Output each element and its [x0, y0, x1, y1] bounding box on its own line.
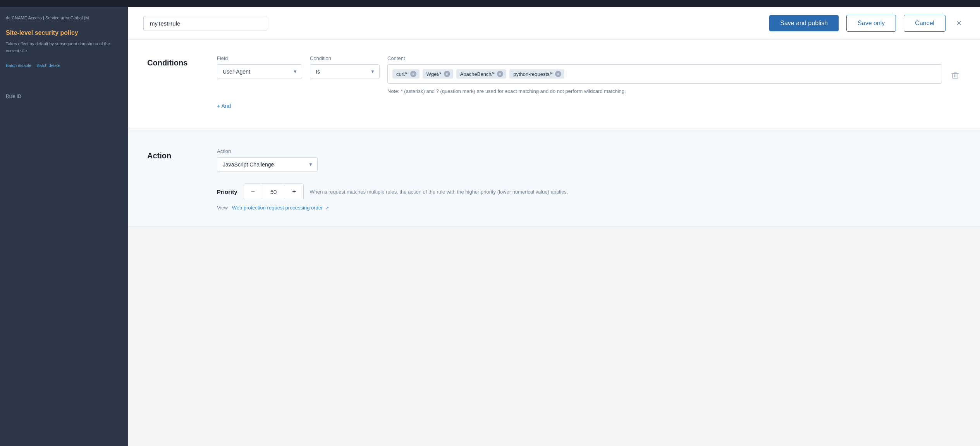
- priority-label: Priority: [217, 189, 237, 195]
- external-link-icon: ↗: [325, 206, 329, 210]
- bg-page-title: Site-level security policy: [6, 28, 122, 38]
- save-publish-button[interactable]: Save and publish: [769, 15, 839, 31]
- modal-body: Conditions Field User-Agent IP URL Refer…: [128, 40, 980, 446]
- tag-apachebench-close[interactable]: ×: [497, 71, 503, 77]
- tag-python: python-requests/* ×: [509, 69, 564, 79]
- conditions-row: Field User-Agent IP URL Referer ▼: [217, 55, 961, 95]
- action-section-label: Action: [147, 148, 217, 211]
- tag-wget-text: Wget/*: [426, 71, 442, 77]
- tag-curl-close[interactable]: ×: [410, 71, 416, 77]
- bg-description: Takes effect by default by subsequent do…: [6, 41, 122, 54]
- tag-apachebench: ApacheBench/* ×: [456, 69, 507, 79]
- priority-stepper: − 50 +: [244, 184, 304, 200]
- action-select-wrapper: JavaScript Challenge Block Allow Log CAP…: [217, 157, 318, 172]
- conditions-section: Conditions Field User-Agent IP URL Refer…: [128, 40, 980, 128]
- priority-increment-button[interactable]: +: [285, 184, 303, 200]
- view-label: View: [217, 205, 228, 211]
- tag-curl-text: curl/*: [396, 71, 408, 77]
- delete-column: [950, 55, 961, 83]
- bg-batch-disable[interactable]: Batch disable: [6, 63, 31, 68]
- content-label: Content: [387, 55, 942, 61]
- action-section: Action Action JavaScript Challenge Block…: [128, 133, 980, 226]
- bg-breadcrumb: de:CNAME Access | Service area:Global (M: [6, 15, 122, 22]
- conditions-content: Field User-Agent IP URL Referer ▼: [217, 55, 961, 112]
- tag-wget: Wget/* ×: [423, 69, 453, 79]
- cancel-button[interactable]: Cancel: [904, 15, 946, 32]
- tag-python-close[interactable]: ×: [555, 71, 561, 77]
- field-select[interactable]: User-Agent IP URL Referer: [217, 64, 302, 79]
- condition-column: Condition Is Is not Contains Does not co…: [310, 55, 380, 79]
- modal-header: Save and publish Save only Cancel ×: [128, 7, 980, 40]
- save-only-button[interactable]: Save only: [846, 15, 896, 32]
- close-button[interactable]: ×: [953, 17, 965, 29]
- and-button[interactable]: + And: [217, 100, 231, 112]
- field-column: Field User-Agent IP URL Referer ▼: [217, 55, 302, 79]
- view-row: View Web protection request processing o…: [217, 205, 961, 211]
- svg-rect-0: [952, 74, 958, 78]
- view-processing-order-link[interactable]: Web protection request processing order …: [232, 205, 329, 211]
- conditions-label: Conditions: [147, 55, 217, 112]
- tag-python-text: python-requests/*: [513, 71, 553, 77]
- field-select-wrapper: User-Agent IP URL Referer ▼: [217, 64, 302, 79]
- delete-condition-button[interactable]: [950, 70, 961, 83]
- priority-description: When a request matches multiple rules, t…: [310, 189, 568, 195]
- bg-rule-id-label: Rule ID: [6, 93, 122, 100]
- field-label: Field: [217, 55, 302, 61]
- condition-select-wrapper: Is Is not Contains Does not contain ▼: [310, 64, 380, 79]
- trash-icon: [951, 72, 959, 79]
- rule-editor-modal: Save and publish Save only Cancel × Cond…: [128, 7, 980, 446]
- conditions-note: Note: * (asterisk) and ? (question mark)…: [387, 87, 942, 95]
- condition-label: Condition: [310, 55, 380, 61]
- action-content: Action JavaScript Challenge Block Allow …: [217, 148, 961, 211]
- priority-decrement-button[interactable]: −: [244, 184, 262, 200]
- action-dropdown-label: Action: [217, 148, 961, 154]
- content-column: Content curl/* × Wget/* × Apache: [387, 55, 942, 95]
- tag-apachebench-text: ApacheBench/*: [460, 71, 495, 77]
- tag-wget-close[interactable]: ×: [444, 71, 450, 77]
- priority-row: Priority − 50 + When a request matches m…: [217, 184, 961, 200]
- tags-container[interactable]: curl/* × Wget/* × ApacheBench/* ×: [387, 64, 942, 84]
- action-select[interactable]: JavaScript Challenge Block Allow Log CAP…: [217, 157, 318, 172]
- rule-name-input[interactable]: [143, 16, 267, 31]
- priority-value: 50: [262, 185, 285, 199]
- tag-curl: curl/* ×: [392, 69, 420, 79]
- view-link-text: Web protection request processing order: [232, 205, 323, 211]
- bg-batch-delete[interactable]: Batch delete: [36, 63, 60, 68]
- condition-select[interactable]: Is Is not Contains Does not contain: [310, 64, 380, 79]
